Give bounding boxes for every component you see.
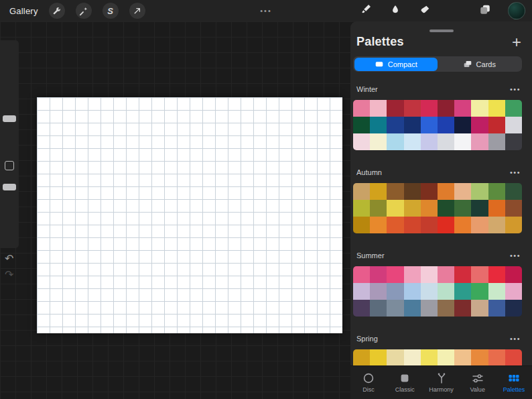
color-swatch[interactable]	[421, 183, 438, 200]
canvas-menu-dots[interactable]: •••	[260, 7, 272, 15]
selection-button[interactable]: S	[103, 3, 119, 19]
color-swatch[interactable]	[438, 283, 454, 300]
color-swatch[interactable]	[421, 349, 438, 366]
color-swatch[interactable]	[471, 117, 488, 133]
color-swatch[interactable]	[438, 183, 454, 200]
color-swatch[interactable]	[421, 300, 438, 317]
color-swatch[interactable]	[421, 266, 438, 283]
color-swatch[interactable]	[387, 183, 403, 200]
color-swatch[interactable]	[488, 300, 505, 317]
color-swatch[interactable]	[454, 117, 471, 133]
palette-menu-dots[interactable]: •••	[510, 168, 521, 176]
color-swatch[interactable]	[370, 266, 387, 283]
color-swatch[interactable]	[438, 117, 454, 133]
tab-disc[interactable]: Disc	[350, 366, 387, 399]
color-swatch[interactable]	[471, 133, 488, 150]
color-swatch[interactable]	[421, 217, 438, 233]
eraser-tool-button[interactable]	[418, 4, 431, 17]
redo-button[interactable]: ↷	[5, 270, 13, 280]
color-swatch[interactable]	[471, 349, 488, 366]
color-swatch[interactable]	[454, 300, 471, 317]
color-swatch[interactable]	[488, 200, 505, 217]
color-swatch[interactable]	[370, 217, 387, 233]
color-swatch[interactable]	[353, 117, 370, 133]
color-swatch[interactable]	[488, 133, 505, 150]
color-swatch[interactable]	[404, 133, 421, 150]
color-swatch[interactable]	[471, 217, 488, 233]
color-swatch[interactable]	[387, 100, 403, 117]
color-swatch[interactable]	[353, 217, 370, 233]
color-swatch[interactable]	[454, 283, 471, 300]
color-swatch[interactable]	[505, 117, 522, 133]
color-swatch[interactable]	[387, 217, 403, 233]
color-swatch[interactable]	[471, 283, 488, 300]
tab-value[interactable]: Value	[460, 366, 496, 399]
brush-size-slider[interactable]	[3, 115, 16, 122]
color-swatch[interactable]	[438, 200, 454, 217]
color-swatch[interactable]	[370, 183, 387, 200]
color-swatch[interactable]	[404, 349, 421, 366]
gallery-button[interactable]: Gallery	[9, 6, 38, 16]
color-swatch[interactable]	[505, 217, 522, 233]
color-swatch[interactable]	[404, 300, 421, 317]
color-swatch[interactable]	[488, 283, 505, 300]
color-swatch[interactable]	[505, 183, 522, 200]
color-swatch[interactable]	[454, 183, 471, 200]
color-swatch[interactable]	[404, 117, 421, 133]
transform-button[interactable]	[129, 3, 145, 19]
color-swatch[interactable]	[370, 349, 387, 366]
color-swatch[interactable]	[454, 133, 471, 150]
color-swatch[interactable]	[404, 100, 421, 117]
tab-harmony[interactable]: Harmony	[423, 366, 459, 399]
color-swatch[interactable]	[387, 133, 403, 150]
color-swatch[interactable]	[505, 266, 522, 283]
brush-tool-button[interactable]	[359, 4, 373, 17]
color-swatch[interactable]	[454, 266, 471, 283]
actions-button[interactable]	[49, 3, 65, 19]
color-swatch[interactable]	[370, 283, 387, 300]
color-swatch[interactable]	[454, 349, 471, 366]
color-swatch[interactable]	[505, 100, 522, 117]
active-color-button[interactable]	[508, 2, 525, 19]
color-swatch[interactable]	[454, 217, 471, 233]
color-swatch[interactable]	[370, 200, 387, 217]
color-swatch[interactable]	[387, 266, 403, 283]
color-swatch[interactable]	[404, 266, 421, 283]
color-swatch[interactable]	[421, 100, 438, 117]
color-swatch[interactable]	[370, 100, 387, 117]
color-swatch[interactable]	[471, 300, 488, 317]
color-swatch[interactable]	[505, 133, 522, 150]
color-swatch[interactable]	[505, 200, 522, 217]
palette-menu-dots[interactable]: •••	[510, 335, 521, 343]
color-swatch[interactable]	[370, 117, 387, 133]
color-swatch[interactable]	[488, 217, 505, 233]
layers-button[interactable]	[478, 4, 492, 17]
color-swatch[interactable]	[404, 183, 421, 200]
view-tab-cards[interactable]: Cards	[438, 58, 521, 71]
color-swatch[interactable]	[387, 200, 403, 217]
color-swatch[interactable]	[421, 117, 438, 133]
color-swatch[interactable]	[438, 217, 454, 233]
view-tab-compact[interactable]: Compact	[354, 58, 438, 71]
color-swatch[interactable]	[505, 300, 522, 317]
tab-classic[interactable]: Classic	[387, 366, 423, 399]
color-swatch[interactable]	[438, 300, 454, 317]
color-swatch[interactable]	[353, 100, 370, 117]
color-swatch[interactable]	[471, 266, 488, 283]
color-swatch[interactable]	[353, 200, 370, 217]
color-swatch[interactable]	[488, 183, 505, 200]
add-palette-button[interactable]: +	[512, 36, 521, 49]
color-swatch[interactable]	[438, 100, 454, 117]
color-swatch[interactable]	[404, 200, 421, 217]
color-swatch[interactable]	[387, 117, 403, 133]
palette-menu-dots[interactable]: •••	[510, 251, 521, 260]
color-swatch[interactable]	[471, 200, 488, 217]
color-swatch[interactable]	[370, 133, 387, 150]
brush-opacity-slider[interactable]	[3, 184, 16, 190]
modify-button[interactable]	[5, 161, 14, 170]
undo-button[interactable]: ↶	[5, 253, 13, 264]
color-swatch[interactable]	[471, 100, 488, 117]
color-swatch[interactable]	[353, 283, 370, 300]
color-swatch[interactable]	[387, 300, 403, 317]
color-swatch[interactable]	[421, 133, 438, 150]
